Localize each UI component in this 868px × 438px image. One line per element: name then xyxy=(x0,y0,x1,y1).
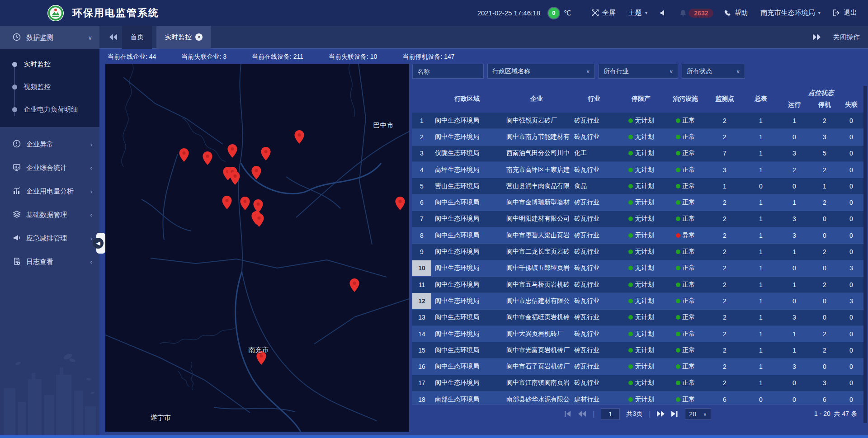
fullscreen-button[interactable]: 全屏 xyxy=(591,9,616,17)
cell-monitor-points: 2 xyxy=(706,194,743,210)
cell-limit-status: 无计划 xyxy=(618,293,665,309)
sidebar-item-power-analysis[interactable]: 企业用电量分析 ‹ xyxy=(0,179,99,203)
table-row[interactable]: 14阆中生态环境局阆中大兴页岩机砖厂砖瓦行业无计划正常21120 xyxy=(412,326,863,342)
map-pin-icon[interactable] xyxy=(222,196,232,209)
theme-dropdown[interactable]: 主题 ▾ xyxy=(628,9,648,17)
cell-running-count: 1 xyxy=(778,194,810,210)
cell-running-count: 3 xyxy=(778,211,810,227)
next-page-button[interactable] xyxy=(657,411,665,417)
sidebar-item-power-load-detail[interactable]: 企业电力负荷明细 xyxy=(0,98,99,121)
cell-stopped-count: 0 xyxy=(810,358,839,374)
first-page-button[interactable] xyxy=(565,411,572,417)
page-size-select[interactable]: 20 ∨ xyxy=(685,408,711,420)
map-collapse-toggle[interactable]: ◀ xyxy=(96,233,105,254)
table-row[interactable]: 13阆中生态环境局阆中市金福旺页岩机砖砖瓦行业无计划正常21300 xyxy=(412,310,863,326)
close-icon[interactable]: ✕ xyxy=(195,33,203,41)
top-right-cluster: 2021-02-25 17:46:18 0 ℃ 全屏 主题 ▾ xyxy=(477,8,868,19)
cell-facility-status: 正常 xyxy=(665,146,706,161)
bell-icon xyxy=(679,9,687,17)
cell-facility-status: 正常 xyxy=(665,178,706,194)
last-page-button[interactable] xyxy=(671,411,679,417)
map-pin-icon[interactable] xyxy=(349,278,359,292)
pager-divider: | xyxy=(649,410,651,418)
table-row[interactable]: 12阆中生态环境局阆中市忠信建材有限公砖瓦行业无计划正常21003 xyxy=(412,293,863,309)
table-row[interactable]: 5营山生态环境局营山县润丰肉食品有限食品无计划正常10010 xyxy=(412,178,863,194)
sidebar-item-enterprise-statistics[interactable]: 企业综合统计 ‹ xyxy=(0,156,99,179)
map-pin-icon[interactable] xyxy=(254,213,264,227)
cell-monitor-points: 2 xyxy=(706,211,743,227)
page-title: 环保用电监管系统 xyxy=(72,6,159,20)
stat-item: 当前失联设备: 10 xyxy=(329,53,377,61)
close-operations-button[interactable]: 关闭操作 xyxy=(833,33,860,42)
status-filter-select[interactable]: 所有状态 ∨ xyxy=(682,64,745,79)
table-row[interactable]: 4高坪生态环境局南充市高坪区王家店建砖瓦行业无计划正常31220 xyxy=(412,162,863,178)
map-pin-icon[interactable] xyxy=(227,144,237,158)
cell-region: 阆中生态环境局 xyxy=(431,375,503,391)
table-row[interactable]: 15阆中生态环境局阆中市光富页岩机砖厂砖瓦行业无计划正常21120 xyxy=(412,342,863,358)
cell-running-count: 0 xyxy=(778,375,810,391)
logout-button[interactable]: 退出 xyxy=(833,9,857,17)
map-pin-icon[interactable] xyxy=(261,147,271,160)
status-dot-icon xyxy=(628,332,633,336)
table-row[interactable]: 11阆中生态环境局阆中市五马桥页岩机砖砖瓦行业无计划正常21120 xyxy=(412,277,863,293)
chevron-left-icon: ‹ xyxy=(90,235,92,242)
chevron-left-icon: ‹ xyxy=(90,259,92,265)
table-row[interactable]: 9阆中生态环境局阆中市二龙长宝页岩砖砖瓦行业无计划正常21120 xyxy=(412,244,863,260)
table-row[interactable]: 8阆中生态环境局阆中市枣碧大梁山页岩砖瓦行业无计划异常21300 xyxy=(412,227,863,244)
scrollbar-track[interactable] xyxy=(863,86,867,423)
map-pin-icon[interactable] xyxy=(230,171,240,185)
page-number-input[interactable] xyxy=(601,408,620,420)
org-dropdown[interactable]: 南充市生态环境局 ▾ xyxy=(760,9,821,17)
table-row[interactable]: 10阆中生态环境局阆中千佛镇五郎垭页岩砖瓦行业无计划正常21003 xyxy=(412,260,863,277)
table-row[interactable]: 7阆中生态环境局阆中明阳建材有限公司砖瓦行业无计划正常21300 xyxy=(412,211,863,227)
notification-area[interactable]: 2632 xyxy=(679,9,713,18)
cell-region: 高坪生态环境局 xyxy=(431,162,503,178)
previous-page-button[interactable] xyxy=(578,411,586,417)
cell-region: 阆中生态环境局 xyxy=(431,260,503,276)
mute-button[interactable] xyxy=(660,9,667,16)
cell-facility-status: 正常 xyxy=(665,129,706,145)
status-dot-icon xyxy=(676,184,680,188)
tab-home[interactable]: 首页 xyxy=(122,26,152,49)
name-filter-input[interactable] xyxy=(412,64,484,79)
sidebar-item-log-view[interactable]: 日志查看 ‹ xyxy=(0,250,99,273)
table-row[interactable]: 16阆中生态环境局阆中市石子页岩机砖厂砖瓦行业无计划正常21300 xyxy=(412,358,863,375)
layers-icon xyxy=(13,210,22,220)
tabs-scroll-right-icon[interactable] xyxy=(813,34,821,40)
map-pin-icon[interactable] xyxy=(395,197,405,210)
map-pin-icon[interactable] xyxy=(251,166,261,179)
region-filter-select[interactable]: 行政区域名称 ∨ xyxy=(487,64,595,79)
sidebar-item-realtime-monitoring[interactable]: 实时监控 xyxy=(0,53,99,75)
tabs-scroll-left-icon[interactable] xyxy=(109,34,118,40)
table-row[interactable]: 1阆中生态环境局阆中强锐页岩砖厂砖瓦行业无计划正常21120 xyxy=(412,113,863,129)
table-row[interactable]: 18南部生态环境局南部县砂华水泥有限公建材行业无计划正常60060 xyxy=(412,391,863,404)
cell-running-count: 0 xyxy=(778,293,810,309)
cell-monitor-points: 2 xyxy=(706,129,743,145)
sidebar-item-emergency-reduction[interactable]: 应急减排管理 ‹ xyxy=(0,226,99,250)
map-pin-icon[interactable] xyxy=(203,151,212,165)
help-button[interactable]: 帮助 xyxy=(724,9,748,17)
total-pages-label: 共3页 xyxy=(626,410,642,418)
column-header-points: 监测点 xyxy=(706,85,743,113)
table-row[interactable]: 3仪陇生态环境局西南油气田分公司川中化工无计划正常71350 xyxy=(412,146,863,162)
cell-industry: 食品 xyxy=(571,178,618,194)
sidebar-item-enterprise-abnormal[interactable]: 企业异常 ‹ xyxy=(0,132,99,156)
sidebar-item-base-data[interactable]: 基础数据管理 ‹ xyxy=(0,203,99,226)
industry-filter-select[interactable]: 所有行业 ∨ xyxy=(599,64,678,79)
map-pin-icon[interactable] xyxy=(179,148,189,162)
status-dot-icon xyxy=(676,332,680,336)
cell-limit-status: 无计划 xyxy=(618,162,665,178)
cell-limit-status: 无计划 xyxy=(618,260,665,276)
table-row[interactable]: 2阆中生态环境局阆中市南方节能建材有砖瓦行业无计划正常21030 xyxy=(412,129,863,145)
table-header: 行政区域 企业 行业 停限产 治污设施 监测点 总表 点位状态 运行 停机 失联 xyxy=(412,85,863,113)
row-index: 17 xyxy=(412,375,431,391)
table-row[interactable]: 6阆中生态环境局阆中市金博瑞新型墙材砖瓦行业无计划正常21120 xyxy=(412,194,863,211)
sidebar-item-video-monitoring[interactable]: 视频监控 xyxy=(0,75,99,98)
map-pin-icon[interactable] xyxy=(240,197,250,210)
stat-item: 当前在线企业: 44 xyxy=(108,53,156,61)
sidebar-item-data-monitoring[interactable]: 数据监测 ∨ xyxy=(0,26,99,49)
table-row[interactable]: 17阆中生态环境局阆中市江南镇阆南页岩砖瓦行业无计划正常21030 xyxy=(412,375,863,391)
map-panel[interactable]: 巴中市南充市遂宁市 xyxy=(105,64,409,432)
tab-realtime-monitoring[interactable]: 实时监控 ✕ xyxy=(156,26,211,49)
map-pin-icon[interactable] xyxy=(294,130,304,144)
